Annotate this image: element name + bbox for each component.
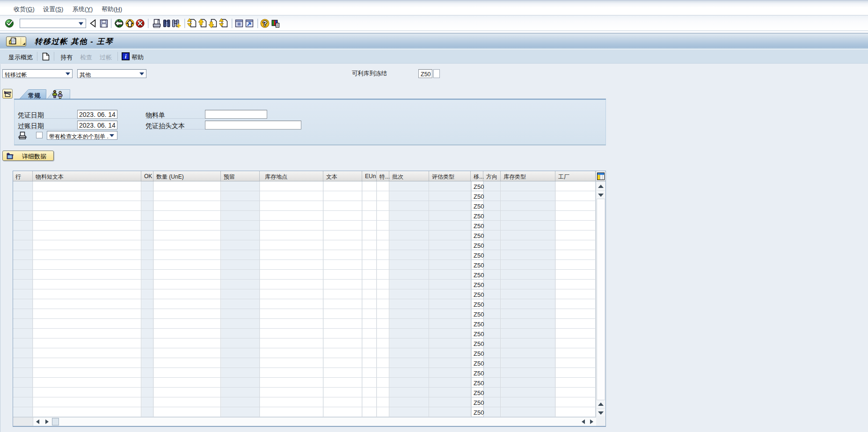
svg-text:i: i [125,53,127,60]
svg-text:?: ? [263,19,267,27]
